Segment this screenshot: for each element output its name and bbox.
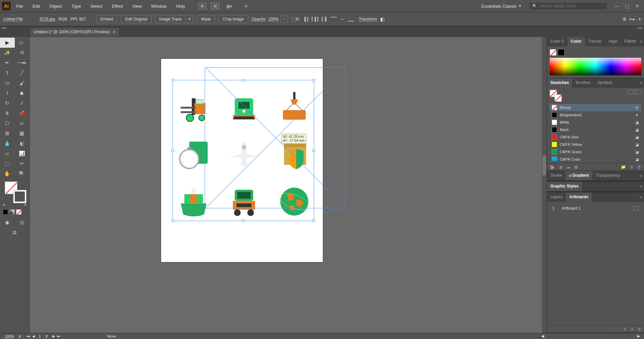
menu-edit[interactable]: Edit	[29, 2, 44, 11]
image-trace-dropdown[interactable]: ▼	[186, 15, 193, 23]
lasso-tool[interactable]: ⟲	[15, 48, 30, 58]
menu-select[interactable]: Select	[86, 2, 106, 11]
tab-layers[interactable]: Layers	[547, 193, 566, 202]
selection-bounding-box[interactable]	[172, 80, 314, 221]
tab-pathfinder[interactable]: Pathfin	[621, 37, 640, 46]
canvas[interactable]: dX: 41.28 mm dY: -17.64 mm	[30, 37, 547, 333]
tab-transform[interactable]: Transfo	[585, 37, 605, 46]
shaper-tool[interactable]: ⌇	[0, 88, 15, 98]
mask-button[interactable]: Mask	[197, 15, 215, 23]
color-mode-button[interactable]	[3, 209, 8, 215]
mesh-tool[interactable]: ⊞	[0, 128, 15, 138]
tab-symbols[interactable]: Symbols	[594, 78, 616, 88]
handle-top-center[interactable]	[242, 79, 245, 82]
blend-tool[interactable]: ◐	[15, 138, 30, 149]
artboard-nav-down-icon[interactable]: ↓	[618, 327, 620, 331]
swatch-item-white[interactable]: White◪	[550, 119, 641, 126]
default-fill-stroke-icon[interactable]: ↺	[24, 203, 27, 207]
rearrange-icon[interactable]: ⊞	[624, 327, 627, 331]
tab-color-guide[interactable]: Color G	[547, 37, 567, 46]
swatch-fill-stroke[interactable]	[550, 90, 562, 102]
swatch-group1-icon[interactable]: ▦	[574, 165, 578, 169]
snap-icon[interactable]: ⇤▸	[630, 17, 635, 22]
swatch-list-view-icon[interactable]	[628, 90, 634, 94]
menu-view[interactable]: View	[128, 2, 146, 11]
graph-tool[interactable]: 📊	[15, 149, 30, 159]
delete-swatch-icon[interactable]: 🗑	[637, 165, 641, 169]
align-vcenter-icon[interactable]: ═	[338, 15, 347, 24]
swatch-item-registration[interactable]: [Registration]✦	[550, 111, 641, 119]
color-stroke-chip[interactable]	[558, 49, 564, 56]
opacity-more-button[interactable]: ›	[281, 15, 288, 23]
rectangle-tool[interactable]: ▭	[0, 78, 15, 88]
screen-mode-icon[interactable]: ⧉	[0, 227, 29, 238]
align-bottom-icon[interactable]: ▁▁	[347, 15, 355, 24]
color-spectrum[interactable]	[550, 58, 641, 75]
gpu-icon[interactable]: ✈	[242, 2, 250, 10]
minimize-icon[interactable]: —	[614, 3, 619, 9]
stock-search-input[interactable]	[539, 4, 604, 8]
tab-stroke[interactable]: Stroke	[547, 171, 565, 180]
none-mode-button[interactable]	[16, 209, 21, 215]
embed-button[interactable]: Embed	[96, 15, 117, 23]
maximize-icon[interactable]: ▢	[625, 3, 629, 9]
bridge-icon[interactable]: Br	[198, 3, 206, 9]
crop-image-button[interactable]: Crop Image	[218, 15, 248, 23]
swap-fill-stroke-icon[interactable]: ⤮	[3, 203, 5, 207]
curvature-tool[interactable]: 〰✒	[15, 58, 30, 68]
first-artboard-icon[interactable]: ⏮	[27, 334, 30, 338]
stroke-swatch[interactable]	[13, 190, 26, 203]
arrange-docs-icon[interactable]: ▦▾	[225, 2, 233, 10]
menu-type[interactable]: Type	[67, 2, 85, 11]
tab-align[interactable]: Align	[605, 37, 621, 46]
pen-tool[interactable]: ✒	[0, 58, 15, 68]
transform-link[interactable]: Transform	[359, 17, 377, 22]
align-right-icon[interactable]: ▎▌	[320, 15, 329, 24]
width-tool[interactable]: ⋔	[0, 108, 15, 118]
align-hcenter-icon[interactable]: ▎▌▎	[312, 15, 320, 24]
selection-tool[interactable]: ▶	[0, 38, 15, 48]
tab-brushes[interactable]: Brushes	[572, 78, 594, 88]
handle-bottom-left[interactable]	[171, 219, 174, 222]
eraser-tool[interactable]: ◆	[15, 88, 30, 98]
scale-tool[interactable]: ⤢	[15, 98, 30, 108]
handle-mid-left[interactable]	[171, 149, 174, 152]
image-trace-button[interactable]: Image Trace	[155, 15, 186, 23]
color-fill-chip[interactable]	[550, 49, 556, 56]
hscroll-right-icon[interactable]: ▶	[637, 334, 640, 338]
panel-menu-icon[interactable]: ≡	[640, 195, 642, 200]
menu-effect[interactable]: Effect	[108, 2, 127, 11]
next-artboard-icon[interactable]: ▶	[52, 334, 55, 338]
handle-bottom-right[interactable]	[312, 219, 315, 222]
vertical-scrollbar[interactable]	[542, 37, 547, 333]
fill-stroke-swatches[interactable]	[5, 181, 25, 202]
swatch-item-cyan[interactable]: CMYK Cyan◪	[550, 156, 641, 161]
handle-top-right[interactable]	[312, 79, 315, 82]
panel-menu-icon[interactable]: ≡	[640, 184, 642, 189]
stock-search[interactable]: 🔍	[530, 3, 607, 9]
delete-artboard-icon[interactable]: 🗑	[638, 327, 641, 331]
edit-original-button[interactable]: Edit Original	[121, 15, 151, 23]
handle-bottom-center[interactable]	[242, 219, 245, 222]
prefs-icon[interactable]: ≡	[638, 17, 641, 22]
perspective-tool[interactable]: ▱	[15, 118, 30, 128]
panel-menu-icon[interactable]: ≡	[640, 39, 642, 44]
grid-icon[interactable]: ⊞	[623, 17, 626, 22]
zoom-tool[interactable]: 🔍	[15, 169, 30, 179]
type-tool[interactable]: T	[0, 68, 15, 78]
tab-gradient[interactable]: ◇ Gradient	[565, 171, 592, 180]
draw-behind-icon[interactable]: ◎	[15, 217, 30, 227]
document-tab[interactable]: Untitled-1* @ 100% (CMYK/GPU Preview) ✕	[30, 27, 119, 36]
menu-file[interactable]: File	[12, 2, 27, 11]
handle-top-left[interactable]	[171, 79, 174, 82]
last-artboard-icon[interactable]: ⏭	[57, 334, 60, 338]
rotate-tool[interactable]: ↻	[0, 98, 15, 108]
slice-tool[interactable]: ✂	[15, 159, 30, 169]
artboard-options-icon[interactable]	[634, 206, 639, 211]
line-tool[interactable]: ╱	[15, 68, 30, 78]
eyedropper-tool[interactable]: 💧	[0, 138, 15, 149]
artboard-tool[interactable]: ⬚	[0, 159, 15, 169]
filename-value[interactable]: 5215.jpg	[40, 17, 55, 22]
swatch-item-none[interactable]: [None]⊘	[550, 104, 641, 111]
gradient-mode-button[interactable]	[9, 209, 15, 215]
